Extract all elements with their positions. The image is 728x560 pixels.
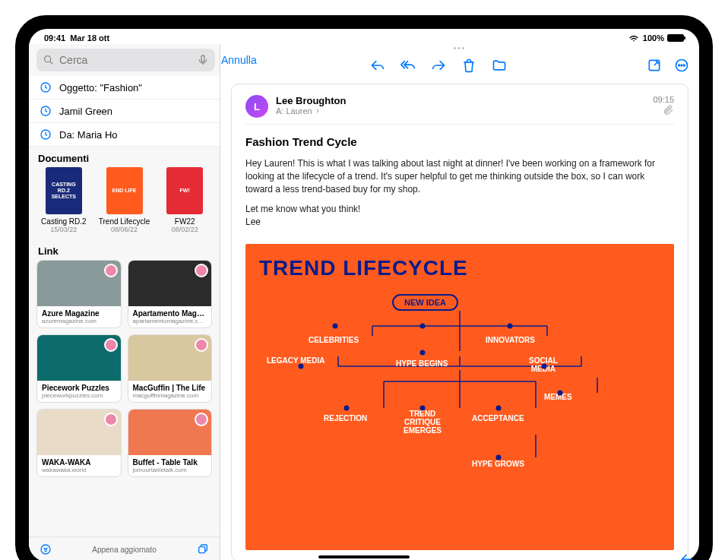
attachment-image[interactable]: TREND LIFECYCLE: [245, 244, 674, 550]
sender-name[interactable]: Lee Broughton: [276, 95, 346, 106]
svg-point-0: [45, 56, 51, 62]
document-date: 08/06/22: [99, 226, 150, 233]
screen: 09:41 Mar 18 ott 100% Annulla: [29, 29, 699, 560]
sidebar-footer: Appena aggiornato: [29, 536, 220, 560]
ipad-frame: 09:41 Mar 18 ott 100% Annulla: [15, 15, 713, 560]
link-title: Piecework Puzzles: [42, 384, 116, 392]
document-thumb: FW!: [166, 167, 203, 214]
link-title: WAKA-WAKA: [42, 458, 116, 467]
document-item[interactable]: END LIFE Trend Lifecycle 08/06/22: [99, 167, 150, 233]
attachment-icon: [662, 104, 674, 116]
chevron-right-icon: [315, 108, 321, 114]
link-card[interactable]: Apartamento Maga…apartamentomagazine.c…: [128, 260, 213, 328]
avatar: [104, 338, 118, 352]
search-icon: [43, 54, 55, 66]
suggestion-item[interactable]: Jamil Green: [29, 100, 220, 123]
status-bar: 09:41 Mar 18 ott 100%: [29, 29, 699, 44]
forward-button[interactable]: [430, 57, 447, 74]
search-sidebar: Annulla Oggetto: "Fashion" Jamil Green D…: [29, 44, 220, 560]
link-card[interactable]: WAKA-WAKAwakawaka.world: [36, 409, 122, 477]
svg-point-11: [684, 65, 685, 66]
link-card[interactable]: Azure Magazineazuremagazine.com: [36, 260, 122, 328]
attachment-title: TREND LIFECYCLE: [259, 256, 660, 280]
reply-button[interactable]: [369, 57, 386, 74]
message-header: L Lee Broughton A: Lauren 09:15: [245, 95, 674, 125]
link-title: Buffet - Table Talk: [133, 458, 207, 467]
status-time: 09:41: [44, 33, 65, 43]
recipient-line[interactable]: A: Lauren: [276, 106, 346, 115]
diagram-node: HYPE BEGINS: [396, 359, 448, 368]
recent-icon: [40, 105, 52, 117]
multi-window-icon[interactable]: [197, 543, 209, 555]
diagram-node: INNOVATORS: [486, 336, 535, 344]
main-pane: •••: [220, 44, 699, 560]
svg-point-10: [681, 65, 682, 66]
search-input[interactable]: [59, 54, 192, 66]
trash-button[interactable]: [461, 57, 477, 74]
compose-button[interactable]: [646, 57, 663, 74]
document-thumb: END LIFE: [106, 167, 143, 214]
recent-icon: [40, 128, 52, 141]
move-button[interactable]: [491, 57, 508, 74]
reply-all-button[interactable]: [400, 57, 416, 74]
suggestion-item[interactable]: Oggetto: "Fashion": [29, 76, 220, 100]
more-button[interactable]: [673, 57, 690, 74]
diagram-node-new-idea: NEW IDEA: [392, 294, 458, 311]
filter-icon[interactable]: [40, 543, 52, 555]
document-name: Casting RD.2: [38, 217, 90, 226]
avatar: [195, 413, 208, 426]
suggestion-label: Oggetto: "Fashion": [59, 82, 142, 93]
search-suggestions: Oggetto: "Fashion" Jamil Green Da: Maria…: [29, 76, 220, 147]
message-time: 09:15: [653, 95, 674, 104]
link-card[interactable]: MacGuffin | The Lifemacguffinmagazine.co…: [128, 334, 213, 403]
document-item[interactable]: CASTING RD.2 SELECTS Casting RD.2 15/03/…: [38, 167, 90, 233]
diagram: NEW IDEA CELEBRITIES INNOVATORS LEGACY M…: [259, 294, 660, 484]
link-url: macguffinmagazine.com: [133, 392, 207, 399]
avatar: [104, 264, 118, 277]
message-toolbar: [220, 52, 699, 79]
diagram-node: HYPE GROWS: [472, 460, 524, 468]
diagram-lines: [259, 294, 660, 484]
sender-avatar[interactable]: L: [245, 95, 268, 118]
link-card[interactable]: Piecework Puzzlespieceworkpuzzles.com: [36, 334, 122, 403]
home-indicator[interactable]: [318, 555, 410, 558]
message-card: L Lee Broughton A: Lauren 09:15: [231, 84, 688, 560]
battery-pct: 100%: [643, 33, 664, 43]
recent-icon: [40, 81, 52, 93]
documents-header: Documenti: [29, 147, 220, 167]
link-url: azuremagazine.com: [42, 318, 116, 324]
links-header: Link: [29, 239, 220, 260]
link-url: joinourtabletalk.com: [133, 467, 207, 473]
svg-rect-1: [201, 55, 204, 62]
diagram-node: LEGACY MEDIA: [267, 356, 325, 365]
document-thumb: CASTING RD.2 SELECTS: [46, 167, 82, 214]
document-date: 08/02/22: [159, 226, 210, 233]
status-date: Mar 18 ott: [70, 33, 109, 43]
diagram-node: REJECTION: [324, 414, 367, 422]
message-body: Hey Lauren! This is what I was talking a…: [245, 157, 674, 236]
link-card[interactable]: Buffet - Table Talkjoinourtabletalk.com: [128, 409, 213, 477]
link-title: Apartamento Maga…: [133, 309, 207, 318]
svg-rect-6: [199, 547, 205, 553]
document-item[interactable]: FW! FW22 08/02/22: [159, 167, 210, 233]
sync-status: Appena aggiornato: [92, 546, 157, 554]
diagram-node: ACCEPTANCE: [472, 414, 524, 422]
avatar: [195, 264, 208, 277]
link-url: wakawaka.world: [42, 467, 116, 473]
mic-icon[interactable]: [197, 54, 209, 66]
document-name: FW22: [159, 217, 210, 226]
suggestion-label: Jamil Green: [59, 106, 112, 117]
search-field[interactable]: [36, 49, 215, 71]
documents-row: CASTING RD.2 SELECTS Casting RD.2 15/03/…: [29, 167, 220, 239]
diagram-node: TRENDCRITIQUEEMERGES: [404, 410, 442, 435]
link-url: apartamentomagazine.c…: [133, 318, 207, 324]
wifi-icon: [628, 32, 640, 44]
document-name: Trend Lifecycle: [99, 217, 150, 226]
suggestion-item[interactable]: Da: Maria Ho: [29, 123, 220, 147]
link-title: Azure Magazine: [42, 309, 116, 318]
links-grid: Azure Magazineazuremagazine.com Apartame…: [29, 260, 220, 483]
multitask-dots[interactable]: •••: [220, 44, 699, 52]
diagram-node: CELEBRITIES: [309, 336, 359, 344]
message-subject: Fashion Trend Cycle: [245, 135, 674, 148]
quick-reply-button[interactable]: [679, 551, 688, 560]
